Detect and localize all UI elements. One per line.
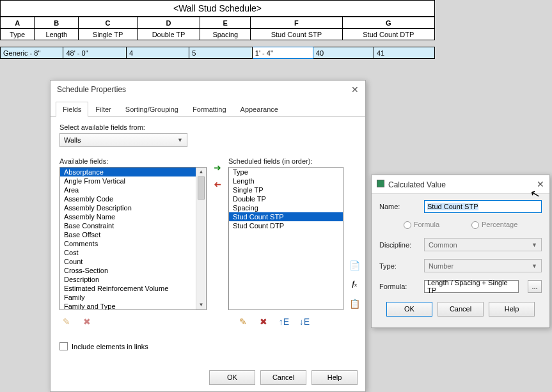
list-item[interactable]: Count (60, 257, 206, 266)
schedule-view: <Wall Stud Schedule> A B C D E F G Type … (0, 0, 435, 59)
header-cell[interactable]: Stud Count DTP (342, 29, 434, 40)
list-item[interactable]: Assembly Code (60, 194, 206, 203)
col-letter: E (200, 17, 251, 29)
edit-icon[interactable]: ✎ (59, 315, 74, 328)
list-item[interactable]: Family and Type (60, 302, 206, 310)
list-item[interactable]: Length (229, 176, 343, 185)
help-button[interactable]: Help (489, 302, 535, 317)
schedule-table[interactable]: A B C D E F G Type Length Single TP Doub… (0, 17, 435, 40)
list-item[interactable]: Assembly Name (60, 212, 206, 221)
header-cell[interactable]: Double TP (137, 29, 200, 40)
formula-radio[interactable]: Formula (404, 221, 439, 229)
tab-fields[interactable]: Fields (56, 102, 88, 117)
list-item[interactable]: Absorptance (60, 168, 206, 176)
tab-appearance[interactable]: Appearance (233, 102, 285, 117)
col-letter-row: A B C D E F G (1, 17, 435, 29)
scheduled-fields-list[interactable]: TypeLengthSingle TPDouble TPSpacingStud … (228, 167, 343, 310)
tab-filter[interactable]: Filter (88, 102, 118, 117)
schedule-properties-dialog: Schedule Properties ✕ Fields Filter Sort… (50, 80, 366, 392)
header-cell[interactable]: Single TP (79, 29, 138, 40)
add-field-button[interactable]: ➜ (210, 161, 225, 174)
name-input[interactable]: Stud Count STP (424, 200, 542, 213)
ok-button[interactable]: OK (209, 370, 255, 385)
cell-single-tp[interactable]: 4 (126, 47, 189, 59)
dialog-titlebar[interactable]: Schedule Properties ✕ (51, 81, 365, 98)
scroll-down-icon[interactable]: ▼ (196, 301, 206, 310)
schedule-data-table[interactable]: Generic - 8" 48' - 0" 4 5 1' - 4" 40 41 (0, 47, 435, 59)
cancel-button[interactable]: Cancel (260, 370, 306, 385)
cell-double-tp[interactable]: 5 (189, 47, 252, 59)
ok-button[interactable]: OK (386, 302, 432, 317)
header-cell[interactable]: Stud Count STP (251, 29, 342, 40)
header-cell[interactable]: Spacing (200, 29, 251, 40)
cell-stp[interactable]: 40 (313, 47, 374, 59)
tabstrip: Fields Filter Sorting/Grouping Formattin… (51, 101, 365, 117)
list-item[interactable]: Family (60, 293, 206, 302)
select-fields-combo[interactable]: Walls ▼ (59, 133, 187, 147)
scroll-up-icon[interactable]: ▲ (196, 168, 206, 176)
percentage-radio[interactable]: Percentage (471, 221, 517, 229)
list-item[interactable]: Estimated Reinforcement Volume (60, 284, 206, 293)
col-letter: C (79, 17, 138, 29)
table-row[interactable]: Generic - 8" 48' - 0" 4 5 1' - 4" 40 41 (1, 47, 435, 59)
col-letter: A (1, 17, 35, 29)
col-letter: F (251, 17, 342, 29)
include-links-label: Include elements in links (72, 343, 148, 350)
delete-field-icon[interactable]: ✖ (256, 315, 271, 328)
header-cell[interactable]: Length (35, 29, 79, 40)
tab-sorting[interactable]: Sorting/Grouping (118, 102, 185, 117)
list-item[interactable]: Spacing (229, 203, 343, 212)
cell-type[interactable]: Generic - 8" (1, 47, 63, 59)
combine-parameters-icon[interactable]: 📋 (347, 297, 361, 310)
remove-field-button[interactable]: ➜ (210, 178, 225, 191)
list-item[interactable]: Single TP (229, 185, 343, 194)
app-icon (377, 180, 384, 187)
list-item[interactable]: Type (229, 168, 343, 176)
col-letter: G (342, 17, 434, 29)
header-row: Type Length Single TP Double TP Spacing … (1, 29, 435, 40)
list-item[interactable]: Cost (60, 248, 206, 257)
list-item[interactable]: Base Constraint (60, 221, 206, 230)
cv-titlebar[interactable]: Calculated Value ✕ (372, 175, 549, 194)
scroll-thumb[interactable] (198, 176, 205, 200)
cell-dtp[interactable]: 41 (374, 47, 434, 59)
move-up-icon[interactable]: ↑E (277, 315, 291, 328)
cancel-button[interactable]: Cancel (438, 302, 484, 317)
list-item[interactable]: Angle From Vertical (60, 176, 206, 185)
help-button[interactable]: Help (311, 370, 358, 385)
chevron-down-icon: ▼ (177, 137, 183, 143)
header-cell[interactable]: Type (1, 29, 35, 40)
combo-value: Walls (64, 136, 81, 144)
tab-formatting[interactable]: Formatting (185, 102, 233, 117)
chevron-down-icon: ▼ (532, 242, 537, 248)
available-fields-label: Available fields: (59, 157, 207, 165)
list-item[interactable]: Cross-Section (60, 266, 206, 275)
close-icon[interactable]: ✕ (537, 179, 544, 189)
list-item[interactable]: Assembly Description (60, 203, 206, 212)
list-item[interactable]: Stud Count DTP (229, 221, 343, 230)
formula-input[interactable]: Length / Spacing + Single TP (424, 280, 519, 293)
cell-length[interactable]: 48' - 0" (63, 47, 126, 59)
cell-spacing-editing[interactable]: 1' - 4" (252, 47, 313, 59)
list-item[interactable]: Base Offset (60, 230, 206, 239)
list-item[interactable]: Description (60, 275, 206, 284)
select-fields-label: Select available fields from: (59, 123, 356, 131)
cv-title: Calculated Value (388, 180, 446, 189)
calculated-value-icon[interactable]: fx (347, 278, 361, 291)
include-links-checkbox[interactable] (59, 342, 68, 350)
available-fields-list[interactable]: AbsorptanceAngle From VerticalAreaAssemb… (59, 167, 207, 310)
move-down-icon[interactable]: ↓E (297, 315, 311, 328)
formula-browse-button[interactable]: ... (528, 280, 542, 293)
delete-icon[interactable]: ✖ (80, 315, 94, 328)
list-item[interactable]: Area (60, 185, 206, 194)
discipline-combo[interactable]: Common▼ (424, 238, 542, 251)
list-item[interactable]: Comments (60, 239, 206, 248)
close-icon[interactable]: ✕ (351, 84, 359, 95)
list-item[interactable]: Stud Count STP (229, 212, 343, 221)
list-item[interactable]: Double TP (229, 194, 343, 203)
edit-field-icon[interactable]: ✎ (236, 315, 250, 328)
dialog-title: Schedule Properties (57, 85, 126, 94)
scrollbar[interactable]: ▲ ▼ (196, 168, 206, 310)
type-combo[interactable]: Number▼ (424, 259, 542, 272)
new-parameter-icon[interactable]: 📄 (347, 259, 361, 272)
